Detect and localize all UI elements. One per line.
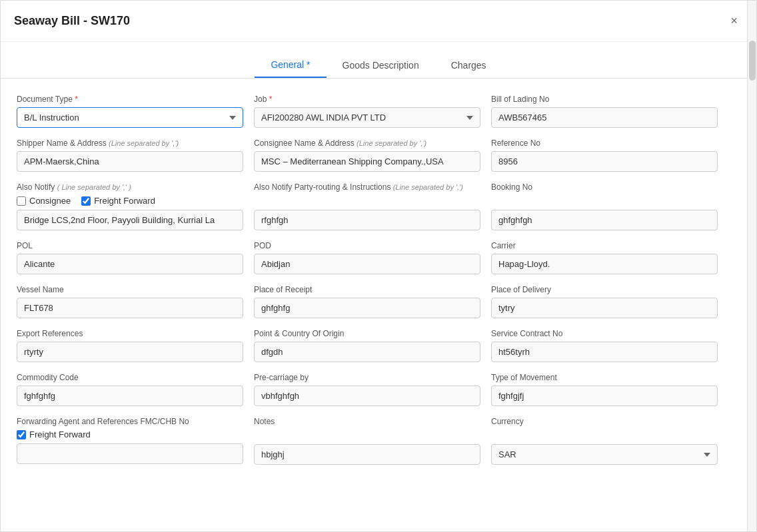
- also-notify-party-sublabel: (Line separated by ','): [393, 183, 463, 191]
- pod-group: POD: [254, 241, 480, 274]
- currency-group: Currency SAR USD EUR GBP: [491, 417, 718, 465]
- notes-group: Notes: [254, 417, 480, 465]
- pod-label: POD: [254, 241, 480, 250]
- forwarding-agent-checkbox-label: Freight Forward: [29, 429, 91, 439]
- also-notify-input[interactable]: [17, 210, 243, 230]
- pol-label: POL: [17, 241, 243, 250]
- row-7: Commodity Code Pre-carriage by Type of M…: [17, 373, 718, 406]
- export-references-input[interactable]: [17, 342, 243, 362]
- place-of-receipt-group: Place of Receipt: [254, 285, 480, 318]
- commodity-code-input[interactable]: [17, 386, 243, 406]
- reference-no-group: Reference No: [491, 138, 718, 172]
- consignee-label: Consignee Name & Address (Line separated…: [254, 138, 480, 148]
- booking-no-label: Booking No: [491, 182, 718, 192]
- also-notify-party-input[interactable]: [254, 210, 480, 230]
- row-4: POL POD Carrier: [17, 241, 718, 274]
- carrier-group: Carrier: [491, 241, 718, 274]
- tab-general-star: *: [304, 59, 310, 70]
- tab-general-label: General: [271, 59, 304, 70]
- place-of-delivery-input[interactable]: [491, 298, 718, 318]
- close-button[interactable]: ×: [725, 11, 743, 31]
- forwarding-agent-checkbox[interactable]: [17, 430, 26, 439]
- document-type-star: *: [75, 95, 78, 104]
- job-select[interactable]: AFI200280 AWL INDIA PVT LTD: [254, 107, 480, 128]
- currency-label: Currency: [491, 417, 718, 426]
- tab-charges-label: Charges: [451, 60, 486, 71]
- document-type-group: Document Type * B/L Instruction Sea Wayb…: [17, 95, 243, 128]
- modal-container: Seaway Bill - SW170 × General * Goods De…: [0, 0, 757, 532]
- shipper-group: Shipper Name & Address (Line separated b…: [17, 138, 243, 172]
- point-country-label: Point & Country Of Origin: [254, 329, 480, 338]
- point-country-input[interactable]: [254, 342, 480, 362]
- place-of-delivery-group: Place of Delivery: [491, 285, 718, 318]
- service-contract-input[interactable]: [491, 342, 718, 362]
- type-of-movement-group: Type of Movement: [491, 373, 718, 406]
- modal-header: Seaway Bill - SW170 ×: [1, 1, 756, 42]
- freight-forward-checkbox-label: Freight Forward: [94, 196, 155, 206]
- tab-goods-description-label: Goods Description: [343, 60, 419, 71]
- bill-of-lading-label: Bill of Lading No: [491, 95, 718, 104]
- consignee-group: Consignee Name & Address (Line separated…: [254, 138, 480, 172]
- job-label: Job *: [254, 95, 480, 104]
- also-notify-checkboxes: Consignee Freight Forward: [17, 196, 243, 206]
- document-type-select[interactable]: B/L Instruction Sea Waybill Express Rele…: [17, 107, 243, 128]
- job-group: Job * AFI200280 AWL INDIA PVT LTD: [254, 95, 480, 128]
- freight-forward-checkbox[interactable]: [81, 196, 91, 206]
- freight-forward-checkbox-item: Freight Forward: [81, 196, 155, 206]
- bill-of-lading-group: Bill of Lading No: [491, 95, 718, 128]
- bill-of-lading-input[interactable]: [491, 107, 718, 128]
- commodity-code-label: Commodity Code: [17, 373, 243, 382]
- notes-label: Notes: [254, 417, 480, 426]
- tab-charges[interactable]: Charges: [435, 53, 502, 78]
- modal-title: Seaway Bill - SW170: [14, 14, 130, 28]
- service-contract-group: Service Contract No: [491, 329, 718, 362]
- carrier-input[interactable]: [491, 254, 718, 274]
- place-of-receipt-input[interactable]: [254, 298, 480, 318]
- shipper-sublabel: (Line separated by ','): [109, 139, 179, 147]
- row-3: Also Notify ( Line separated by ',' ) Co…: [17, 182, 718, 230]
- pre-carriage-label: Pre-carriage by: [254, 373, 480, 382]
- forwarding-agent-checkbox-item: Freight Forward: [17, 429, 91, 439]
- tab-general[interactable]: General *: [255, 53, 326, 78]
- row-1: Document Type * B/L Instruction Sea Wayb…: [17, 95, 718, 128]
- pre-carriage-input[interactable]: [254, 386, 480, 406]
- reference-no-label: Reference No: [491, 138, 718, 148]
- pod-input[interactable]: [254, 254, 480, 274]
- forwarding-agent-input[interactable]: [17, 443, 243, 464]
- row-2: Shipper Name & Address (Line separated b…: [17, 138, 718, 172]
- consignee-sublabel: (Line separated by ','): [357, 139, 426, 147]
- type-of-movement-label: Type of Movement: [491, 373, 718, 382]
- also-notify-label: Also Notify ( Line separated by ',' ): [17, 182, 243, 192]
- place-of-delivery-label: Place of Delivery: [491, 285, 718, 294]
- export-references-group: Export References: [17, 329, 243, 362]
- point-country-group: Point & Country Of Origin: [254, 329, 480, 362]
- consignee-checkbox-label: Consignee: [29, 196, 71, 206]
- currency-select[interactable]: SAR USD EUR GBP: [491, 444, 718, 465]
- form-content: Document Type * B/L Instruction Sea Wayb…: [1, 95, 734, 491]
- place-of-receipt-label: Place of Receipt: [254, 285, 480, 294]
- consignee-checkbox-item: Consignee: [17, 196, 71, 206]
- also-notify-party-group: Also Notify Party-routing & Instructions…: [254, 182, 480, 230]
- consignee-input[interactable]: [254, 151, 480, 172]
- type-of-movement-input[interactable]: [491, 386, 718, 406]
- consignee-checkbox[interactable]: [17, 196, 26, 206]
- job-star: *: [269, 95, 273, 104]
- reference-no-input[interactable]: [491, 151, 718, 172]
- pol-input[interactable]: [17, 254, 243, 274]
- scrollbar-track[interactable]: [747, 1, 756, 531]
- also-notify-party-label: Also Notify Party-routing & Instructions…: [254, 182, 480, 192]
- row-5: Vessel Name Place of Receipt Place of De…: [17, 285, 718, 318]
- row-8: Forwarding Agent and References FMC/CHB …: [17, 417, 718, 465]
- also-notify-group: Also Notify ( Line separated by ',' ) Co…: [17, 182, 243, 230]
- service-contract-label: Service Contract No: [491, 329, 718, 338]
- also-notify-sublabel: ( Line separated by ',' ): [57, 183, 131, 191]
- scrollbar-thumb[interactable]: [749, 41, 756, 81]
- tab-goods-description[interactable]: Goods Description: [327, 53, 435, 78]
- forwarding-agent-label: Forwarding Agent and References FMC/CHB …: [17, 417, 243, 426]
- notes-input[interactable]: [254, 444, 480, 465]
- shipper-input[interactable]: [17, 151, 243, 172]
- forwarding-agent-group: Forwarding Agent and References FMC/CHB …: [17, 417, 243, 465]
- pre-carriage-group: Pre-carriage by: [254, 373, 480, 406]
- vessel-name-input[interactable]: [17, 298, 243, 318]
- booking-no-input[interactable]: [491, 210, 718, 230]
